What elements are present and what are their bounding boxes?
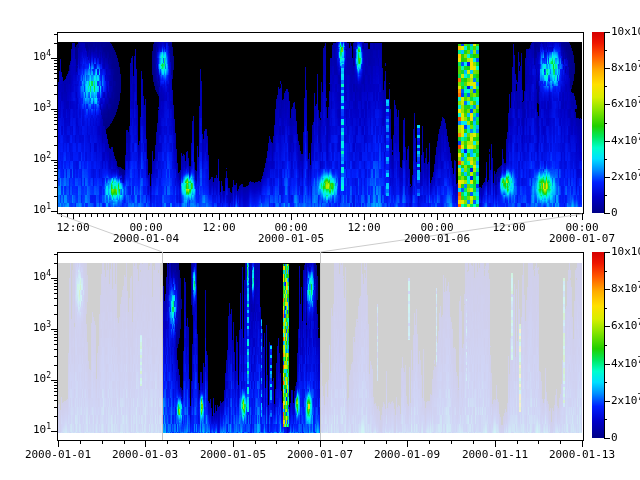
label-exponent: 3 — [46, 320, 51, 329]
y-tick-label: 102 — [7, 153, 51, 165]
label-exponent: 2 — [46, 151, 51, 160]
colorbar-tick-label: 2x107 — [611, 395, 640, 407]
x-tick-label: 2000-01-13 — [540, 449, 624, 460]
colorbar-tick-label: 8x107 — [611, 283, 640, 295]
colorbar-tick-label: 0 — [611, 432, 640, 443]
y-tick-label: 102 — [7, 373, 51, 385]
label-mantissa: 8x10 — [611, 282, 638, 295]
x-tick-date-label: 2000-01-04 — [104, 233, 188, 244]
x-tick-date-label: 2000-01-06 — [395, 233, 479, 244]
label-mantissa: 10 — [33, 203, 46, 216]
colorbar-tick-label: 10x107 — [611, 246, 640, 258]
x-tick-label: 2000-01-07 — [278, 449, 362, 460]
label-exponent: 1 — [46, 202, 51, 211]
x-tick-label: 00:002000-01-05 — [249, 222, 333, 244]
label-mantissa: 4x10 — [611, 134, 638, 147]
label-mantissa: 10x10 — [611, 25, 640, 38]
label-mantissa: 4x10 — [611, 357, 638, 370]
label-mantissa: 10 — [33, 423, 46, 436]
y-tick-label: 103 — [7, 322, 51, 334]
label-mantissa: 10 — [33, 372, 46, 385]
x-tick-time-label: 2000-01-11 — [453, 449, 537, 460]
label-mantissa: 2x10 — [611, 170, 638, 183]
colorbar-tick-label: 4x107 — [611, 135, 640, 147]
x-tick-label: 00:002000-01-07 — [540, 222, 624, 244]
y-tick-label: 104 — [7, 51, 51, 63]
colorbar-top — [592, 32, 604, 213]
colorbar-tick-label: 10x107 — [611, 26, 640, 38]
x-tick-time-label: 12:00 — [322, 222, 406, 233]
x-tick-label: 00:002000-01-04 — [104, 222, 188, 244]
detail-spectrogram[interactable] — [58, 42, 582, 207]
colorbar-bottom — [592, 252, 604, 438]
label-mantissa: 6x10 — [611, 97, 638, 110]
label-mantissa: 10 — [33, 321, 46, 334]
x-tick-label: 2000-01-11 — [453, 449, 537, 460]
label-mantissa: 8x10 — [611, 61, 638, 74]
x-tick-label: 2000-01-09 — [365, 449, 449, 460]
x-tick-time-label: 2000-01-01 — [16, 449, 100, 460]
label-mantissa: 2x10 — [611, 394, 638, 407]
colorbar-tick-label: 2x107 — [611, 171, 640, 183]
x-tick-time-label: 2000-01-07 — [278, 449, 362, 460]
label-exponent: 4 — [46, 269, 51, 278]
label-exponent: 2 — [46, 371, 51, 380]
x-tick-time-label: 2000-01-13 — [540, 449, 624, 460]
x-tick-time-label: 2000-01-05 — [191, 449, 275, 460]
colorbar-tick-label: 8x107 — [611, 62, 640, 74]
label-mantissa: 10 — [33, 270, 46, 283]
x-tick-date-label: 2000-01-05 — [249, 233, 333, 244]
y-tick-label: 103 — [7, 102, 51, 114]
x-tick-label: 12:00 — [322, 222, 406, 233]
x-tick-date-label: 2000-01-07 — [540, 233, 624, 244]
label-mantissa: 0 — [611, 431, 618, 444]
x-tick-time-label: 12:00 — [31, 222, 115, 233]
x-tick-time-label: 2000-01-03 — [103, 449, 187, 460]
label-exponent: 1 — [46, 422, 51, 431]
spectrogram-figure: 12:0000:002000-01-0412:0000:002000-01-05… — [0, 0, 640, 480]
label-mantissa: 10x10 — [611, 245, 640, 258]
y-tick-label: 104 — [7, 271, 51, 283]
x-tick-label: 2000-01-03 — [103, 449, 187, 460]
x-tick-label: 2000-01-05 — [191, 449, 275, 460]
x-tick-time-label: 2000-01-09 — [365, 449, 449, 460]
x-tick-label: 2000-01-01 — [16, 449, 100, 460]
colorbar-tick-label: 4x107 — [611, 358, 640, 370]
y-tick-label: 101 — [7, 424, 51, 436]
label-mantissa: 10 — [33, 152, 46, 165]
x-tick-time-label: 12:00 — [467, 222, 551, 233]
colorbar-tick-label: 0 — [611, 207, 640, 218]
x-tick-label: 12:00 — [467, 222, 551, 233]
y-tick-label: 101 — [7, 204, 51, 216]
label-mantissa: 0 — [611, 206, 618, 219]
label-exponent: 3 — [46, 100, 51, 109]
label-exponent: 4 — [46, 49, 51, 58]
label-mantissa: 10 — [33, 50, 46, 63]
selection-window[interactable] — [162, 252, 321, 440]
label-mantissa: 10 — [33, 101, 46, 114]
x-tick-label: 12:00 — [31, 222, 115, 233]
colorbar-tick-label: 6x107 — [611, 98, 640, 110]
label-mantissa: 6x10 — [611, 319, 638, 332]
colorbar-tick-label: 6x107 — [611, 320, 640, 332]
